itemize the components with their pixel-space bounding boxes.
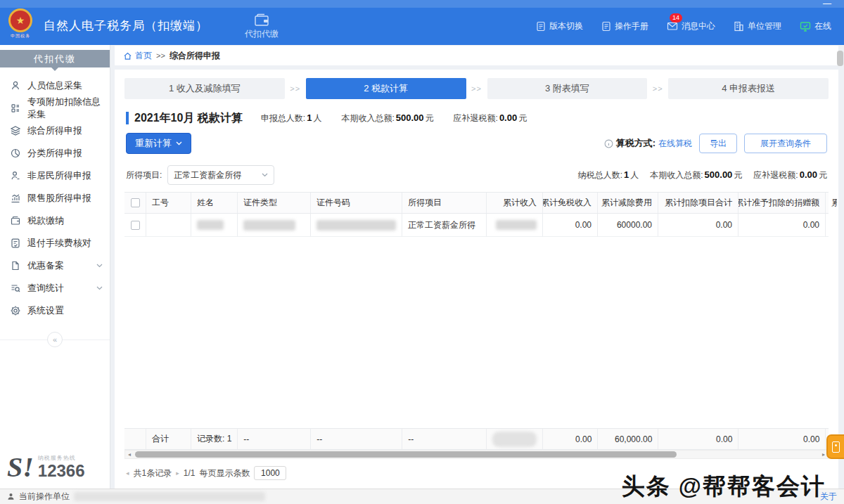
sidebar-item-classified-income[interactable]: 分类所得申报 [0,142,110,164]
select-all-checkbox[interactable] [131,198,140,207]
layers-icon [10,125,21,136]
stat-period-income: 本期收入总额:500.00元 [341,112,433,124]
cell-cum-deduction-cost: 60000.00 [597,214,658,236]
footer-cum-donation: 0.00 [738,429,825,449]
step-1-income-deduction[interactable]: 1 收入及减除填写 [124,78,285,99]
document-check-icon [10,238,21,249]
sidebar-item-comprehensive-income[interactable]: 综合所得申报 [0,119,110,142]
table-row[interactable]: 正常工资薪金所得 0.00 60000.00 0.00 0.00 [124,214,829,237]
income-item-select[interactable]: 正常工资薪金所得 [167,165,274,185]
export-button[interactable]: 导出 [699,134,737,153]
step-3-schedule-fill[interactable]: 3 附表填写 [487,78,648,99]
footer-total-label: 合计 [146,429,191,449]
sidebar-item-label: 查询统计 [27,282,64,295]
main-content: 首页 >> 综合所得申报 1 收入及减除填写 >> 2 税款计算 >> 3 附表… [110,45,844,489]
per-page-input[interactable] [254,466,286,480]
hotline-logo: S! [7,453,34,482]
sidebar-item-label: 系统设置 [27,304,64,317]
nav-label: 在线 [814,20,831,32]
footer-cum-income-redacted [486,429,542,449]
sidebar-item-special-deduction-info[interactable]: 专项附加扣除信息采集 [0,97,110,119]
online-monitor-icon [800,21,811,32]
document-icon [536,21,546,32]
sidebar-item-label: 综合所得申报 [27,124,82,137]
notification-badge: 14 [670,13,682,22]
per-page-label: 每页显示条数 [199,467,250,479]
nav-label: 消息中心 [682,20,715,32]
tab-withholding-module[interactable]: 代扣代缴 [245,13,279,40]
window-titlebar [0,0,844,8]
envelope-icon: 14 [667,21,678,31]
main-panel: 1 收入及减除填写 >> 2 税款计算 >> 3 附表填写 >> 4 申报表报送… [115,70,838,489]
cell-cum-donation: 0.00 [738,214,825,236]
next-page-icon[interactable]: ▸ [176,470,179,477]
nav-online-status[interactable]: 在线 [800,20,831,32]
period-title: 2021年10月 税款计算 [126,112,243,124]
nav-message-center[interactable]: 14 消息中心 [667,20,715,32]
sidebar-item-nonresident-income[interactable]: 非居民所得申报 [0,164,110,187]
about-link[interactable]: 关于 [820,491,837,503]
app-window: — ★ 中国税务 自然人电子税务局（扣缴端） 代扣代缴 [0,0,844,504]
vertical-scrollbar-thumb[interactable] [837,51,843,66]
sidebar-item-query-statistics[interactable]: 查询统计 [0,277,110,299]
nav-operation-manual[interactable]: 操作手册 [601,20,648,32]
footer-cum-taxfree: 0.00 [542,429,597,449]
recalculate-button[interactable]: 重新计算 [126,133,191,154]
sidebar-collapse-button[interactable]: « [47,332,63,347]
record-total: 共1条记录 [134,467,172,479]
assistant-floating-button[interactable] [826,434,844,459]
person-icon [10,80,21,91]
hotline-block: S! 纳税服务热线 12366 [0,453,110,482]
national-emblem-icon: ★ [8,8,32,32]
horizontal-scrollbar-thumb[interactable] [135,451,677,458]
cell-truncated [825,214,837,236]
sidebar-item-system-settings[interactable]: 系统设置 [0,299,110,322]
breadcrumb-home-link[interactable]: 首页 [123,50,152,62]
nav-label: 单位管理 [748,20,781,32]
tax-mode-link[interactable]: 在线算税 [658,138,692,150]
cell-name-redacted [191,214,237,236]
table-empty-area [124,237,829,428]
step-arrow: >> [466,84,487,93]
col-cum-deduction-total: 累计扣除项目合计 [658,193,738,213]
file-icon [10,260,21,271]
logo-caption: 中国税务 [11,33,30,39]
nav-version-switch[interactable]: 版本切换 [536,20,583,32]
sidebar-item-label: 税款缴纳 [27,214,64,227]
toolbar: 重新计算 算税方式: 在线算税 导出 展开查询条件 [117,126,836,160]
app-title: 自然人电子税务局（扣缴端） [44,18,208,34]
breadcrumb-home-label: 首页 [135,50,152,62]
stat-refund-amount: 应补退税额:0.00元 [454,112,528,124]
sidebar-item-preferential-filing[interactable]: 优惠备案 [0,254,110,277]
prev-page-icon[interactable]: ◂ [126,470,129,477]
tax-mode: 算税方式: 在线算税 [604,137,692,150]
col-cum-donation: 累计准予扣除的捐赠额 [738,193,825,213]
footer-cum-deduction-total: 0.00 [658,429,738,449]
col-income-item: 所得项目 [402,193,486,213]
breadcrumb: 首页 >> 综合所得申报 [115,46,838,65]
col-cum-income: 累计收入 [486,193,542,213]
nav-unit-management[interactable]: 单位管理 [734,20,781,32]
summary-row: 2021年10月 税款计算 申报总人数:1人 本期收入总额:500.00元 应补… [117,106,836,126]
sidebar-item-personnel-info[interactable]: 人员信息采集 [0,75,110,97]
header-nav: 版本切换 操作手册 14 消息中心 单位管理 [536,20,831,32]
pagination: ◂ 共1条记录 ▸ 1/1 每页显示条数 [117,459,836,489]
col-cert-number: 证件号码 [310,193,402,213]
minimize-button[interactable]: — [819,0,836,8]
sidebar-item-label: 人员信息采集 [27,79,82,92]
row-checkbox[interactable] [131,221,140,230]
sidebar-header: 代扣代缴 [0,50,110,67]
building-icon [734,21,744,32]
sidebar-item-label: 非居民所得申报 [27,169,91,182]
footer-cum-deduction-cost: 60,000.00 [597,429,658,449]
sidebar-item-refund-fee-check[interactable]: 退付手续费核对 [0,232,110,254]
income-item-label: 所得项目: [126,169,162,181]
sidebar-item-tax-payment[interactable]: 税款缴纳 [0,209,110,232]
stat-refund-amount: 应补退税额:0.00元 [753,169,827,181]
sidebar-item-restricted-shares[interactable]: 限售股所得申报 [0,187,110,209]
step-arrow: >> [647,84,668,93]
expand-query-button[interactable]: 展开查询条件 [744,134,827,153]
step-4-declaration-submit[interactable]: 4 申报表报送 [668,78,829,99]
step-2-tax-calculation[interactable]: 2 税款计算 [306,78,466,99]
scroll-left-arrow[interactable]: ◂ [125,450,134,459]
